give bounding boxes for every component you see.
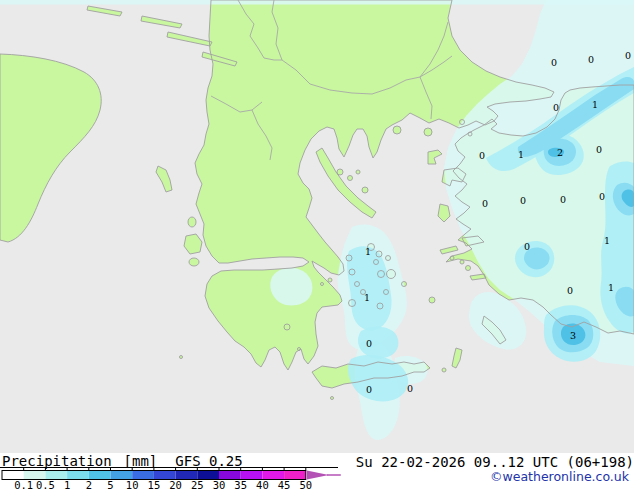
precip-value-label: 0	[366, 338, 372, 349]
precip-value-label: 0	[625, 50, 631, 61]
precip-value-label: 1	[592, 99, 598, 110]
legend-tick-label: 45	[278, 479, 291, 490]
legend-tick-label: 35	[234, 479, 247, 490]
precip-value-label: 1	[365, 246, 371, 257]
precip-value-label: 1	[604, 235, 610, 246]
precip-value-label: 0	[567, 285, 573, 296]
precip-value-label: 0	[596, 144, 602, 155]
precip-value-label: 0	[524, 241, 530, 252]
precip-value-label: 1	[518, 149, 524, 160]
precip-value-label: 0	[551, 57, 557, 68]
copyright-text: ©weatheronline.co.uk	[490, 469, 629, 484]
legend-tick-label: 15	[148, 479, 161, 490]
legend-color-scale: 0.10.5125101520253035404550	[0, 468, 345, 490]
legend-tick-label: 5	[107, 479, 113, 490]
legend-tick-label: 0.1	[14, 479, 33, 490]
weather-map-svg: 00001012000001011010300	[0, 0, 634, 453]
precip-value-label: 0	[560, 194, 566, 205]
map-region: 00001012000001011010300	[0, 0, 634, 453]
legend-tick-label: 0.5	[36, 479, 55, 490]
precip-value-label: 0	[407, 383, 413, 394]
legend-tick-label: 20	[169, 479, 182, 490]
precip-value-label: 0	[599, 191, 605, 202]
precip-value-label: 3	[570, 330, 576, 341]
precip-value-label: 0	[553, 102, 559, 113]
weather-map-page: 00001012000001011010300 Precipitation[mm…	[0, 0, 634, 490]
precip-value-label: 0	[588, 54, 594, 65]
precip-value-label: 0	[520, 195, 526, 206]
legend-tick-label: 10	[126, 479, 139, 490]
precip-value-label: 2	[557, 147, 563, 158]
legend-tick-label: 1	[64, 479, 70, 490]
precip-value-label: 1	[608, 282, 614, 293]
legend-tick-label: 50	[299, 479, 312, 490]
run-info-text: Su 22-02-2026 09..12 UTC (06+198)	[356, 454, 634, 470]
legend-tick-label: 40	[256, 479, 269, 490]
precip-value-label: 0	[482, 198, 488, 209]
precip-value-label: 1	[364, 292, 370, 303]
legend-overflow-arrow	[307, 471, 329, 480]
legend-tick-label: 2	[86, 479, 92, 490]
legend-tick-label: 30	[213, 479, 226, 490]
legend-tick-label: 25	[191, 479, 204, 490]
precip-value-label: 0	[479, 150, 485, 161]
precip-value-label: 0	[366, 384, 372, 395]
